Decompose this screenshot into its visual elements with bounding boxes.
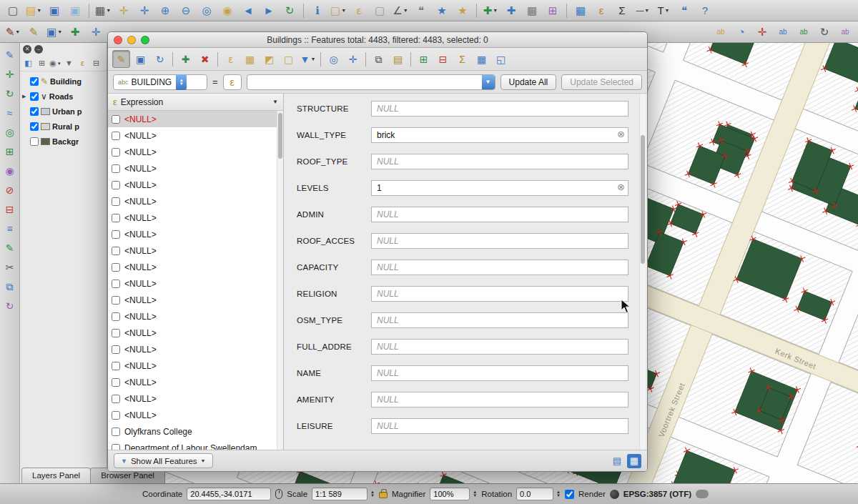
- feature-checkbox[interactable]: [112, 132, 120, 140]
- field-input-structure[interactable]: [371, 101, 628, 117]
- scroll-thumb[interactable]: [641, 135, 645, 264]
- layer-item-building[interactable]: ✎Building: [20, 74, 107, 89]
- feature-checkbox[interactable]: [112, 148, 120, 157]
- deselect-all-icon[interactable]: ▢: [280, 50, 297, 68]
- feature-checkbox[interactable]: [112, 247, 120, 255]
- change-label-icon[interactable]: ab: [836, 24, 854, 41]
- feature-list-item[interactable]: <NULL>: [108, 226, 283, 242]
- expand-icon[interactable]: ▶: [22, 94, 28, 99]
- feature-checkbox[interactable]: [112, 280, 120, 288]
- add-ring-icon[interactable]: ◎: [1, 123, 19, 141]
- field-input-levels[interactable]: [371, 180, 628, 196]
- messages-icon[interactable]: [696, 490, 709, 498]
- move-label-icon[interactable]: ab: [794, 24, 813, 41]
- identify-features-icon[interactable]: ℹ: [308, 2, 327, 19]
- scroll-thumb[interactable]: [278, 113, 282, 159]
- layer-visibility-checkbox[interactable]: [30, 122, 39, 131]
- field-input-wall_type[interactable]: [371, 127, 628, 143]
- zoom-to-selection-icon[interactable]: ◉: [218, 2, 237, 19]
- minimize-window-icon[interactable]: [127, 36, 136, 44]
- filter-by-expression-icon[interactable]: ε: [77, 57, 89, 70]
- layer-visibility-checkbox[interactable]: [30, 92, 39, 101]
- feature-list-item[interactable]: Department of Labour Swellendam: [108, 440, 283, 450]
- switch-to-table-view-icon[interactable]: ▦: [627, 454, 641, 468]
- maximize-window-icon[interactable]: [141, 36, 149, 44]
- zoom-next-icon[interactable]: ►: [260, 2, 278, 19]
- feature-checkbox[interactable]: [112, 428, 120, 436]
- filter-legend-icon[interactable]: ▼: [63, 57, 75, 70]
- magnifier-input[interactable]: [430, 488, 470, 500]
- rotate-label-icon[interactable]: ↻: [815, 24, 834, 41]
- add-database-layer-icon[interactable]: ⊞: [543, 2, 562, 19]
- panel-float-icon[interactable]: –: [34, 45, 43, 54]
- save-layer-edits-icon[interactable]: ▣▼: [45, 24, 64, 41]
- feature-checkbox[interactable]: [112, 164, 120, 173]
- layer-visibility-checkbox[interactable]: [30, 137, 39, 146]
- feature-list-item[interactable]: <NULL>: [108, 308, 283, 325]
- map-tips-icon[interactable]: ❝: [412, 2, 430, 19]
- zoom-last-icon[interactable]: ◄: [239, 2, 257, 19]
- deselect-all-icon[interactable]: ▢: [370, 2, 389, 19]
- feature-checkbox[interactable]: [112, 345, 120, 354]
- field-input-roof_acces[interactable]: [371, 233, 628, 249]
- feature-list-item[interactable]: <NULL>: [108, 127, 283, 144]
- delete-part-icon[interactable]: ⊟: [1, 200, 19, 218]
- field-input-name[interactable]: [371, 365, 628, 381]
- measure-line-icon[interactable]: ─▼: [633, 2, 652, 19]
- rotation-stepper[interactable]: ▲▼: [556, 490, 561, 498]
- field-selector[interactable]: abc BUILDING ▲▼: [113, 74, 207, 90]
- copy-features-icon[interactable]: ⧉: [370, 50, 388, 68]
- manage-map-themes-icon[interactable]: ◉▼: [49, 57, 61, 70]
- feature-list-item[interactable]: <NULL>: [108, 209, 283, 226]
- feature-list-item[interactable]: <NULL>: [108, 374, 283, 390]
- layer-labeling-icon[interactable]: ab: [711, 24, 730, 41]
- switch-to-form-view-icon[interactable]: ▤: [610, 454, 624, 468]
- expression-combo[interactable]: ▼: [247, 74, 495, 90]
- dialog-titlebar[interactable]: Buildings :: Features total: 4483, filte…: [108, 32, 647, 48]
- open-layer-styling-icon[interactable]: ◧: [22, 57, 34, 70]
- feature-list-item[interactable]: <NULL>: [108, 390, 283, 407]
- feature-list-item[interactable]: <NULL>: [108, 242, 283, 259]
- open-field-calculator-icon[interactable]: Σ: [453, 50, 471, 68]
- select-all-icon[interactable]: ▦: [241, 50, 259, 68]
- pan-map-icon[interactable]: ✛: [114, 2, 133, 19]
- scale-stepper[interactable]: ▲▼: [370, 490, 375, 498]
- pan-to-selection-icon[interactable]: ✛: [344, 50, 362, 68]
- add-group-icon[interactable]: ⊞: [36, 57, 48, 70]
- clear-value-icon[interactable]: ⊗: [617, 182, 625, 192]
- feature-list-item[interactable]: Olyfkrans College: [108, 423, 283, 440]
- advanced-digitizing-icon[interactable]: ✎: [1, 46, 19, 64]
- feature-checkbox[interactable]: [112, 296, 120, 305]
- layer-item-urban-p[interactable]: Urban p: [20, 104, 107, 119]
- conditional-formatting-icon[interactable]: ▦: [473, 50, 490, 68]
- field-input-amenity[interactable]: [371, 392, 628, 407]
- feature-checkbox[interactable]: [112, 263, 120, 272]
- save-project-as-icon[interactable]: ▣: [66, 2, 84, 19]
- reload-table-icon[interactable]: ↻: [151, 50, 169, 68]
- field-calculator-icon[interactable]: ε: [592, 2, 611, 19]
- new-bookmark-icon[interactable]: ★: [433, 2, 451, 19]
- close-window-icon[interactable]: [114, 36, 122, 44]
- field-input-admin[interactable]: [371, 207, 628, 222]
- zoom-in-icon[interactable]: ⊕: [156, 2, 174, 19]
- scale-lock-icon[interactable]: [379, 492, 388, 498]
- feature-checkbox[interactable]: [112, 230, 120, 239]
- feature-checkbox[interactable]: [112, 181, 120, 189]
- feature-checkbox[interactable]: [112, 444, 120, 450]
- select-by-expression-icon[interactable]: ε: [222, 50, 240, 68]
- current-edits-icon[interactable]: ✎▼: [4, 24, 22, 41]
- field-input-leisure[interactable]: [371, 418, 628, 434]
- new-layer-icon[interactable]: ✚▼: [481, 2, 500, 19]
- expression-filter-header[interactable]: ε Expression ▼: [108, 94, 283, 111]
- feature-checkbox[interactable]: [112, 214, 120, 222]
- feature-list[interactable]: <NULL><NULL><NULL><NULL><NULL><NULL><NUL…: [108, 111, 283, 450]
- show-bookmarks-icon[interactable]: ★: [453, 2, 472, 19]
- feature-list-item[interactable]: <NULL>: [108, 407, 283, 423]
- filter-select-icon[interactable]: ▼▼: [299, 50, 317, 68]
- dock-attribute-table-icon[interactable]: ◱: [492, 50, 510, 68]
- panel-close-icon[interactable]: ✕: [23, 45, 31, 54]
- mouse-position-icon[interactable]: [275, 489, 282, 499]
- update-selected-button[interactable]: Update Selected: [561, 74, 642, 90]
- field-input-osm_type[interactable]: [371, 312, 628, 328]
- text-annotation-icon[interactable]: T▼: [654, 2, 673, 19]
